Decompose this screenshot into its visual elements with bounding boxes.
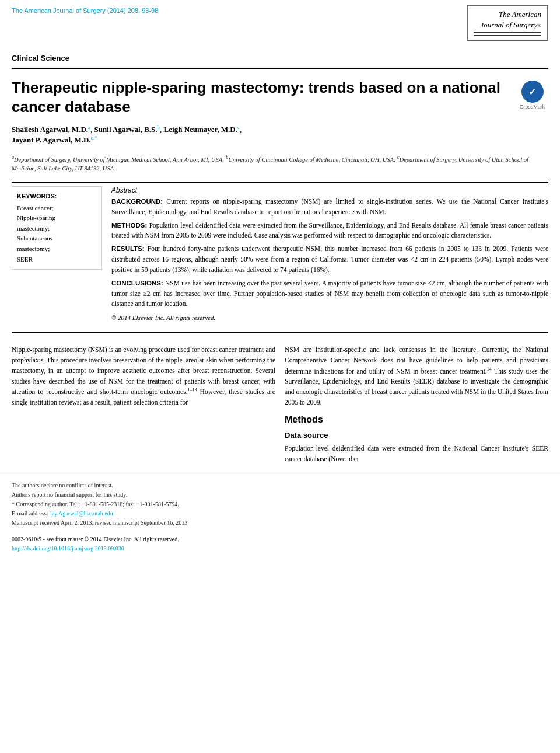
title-area: Therapeutic nipple-sparing mastectomy: t… — [0, 69, 560, 122]
background-label: BACKGROUND: — [111, 198, 163, 205]
abstract-divider-top — [12, 182, 548, 183]
methods-text: Population-level deidentified data were … — [111, 222, 548, 239]
abstract-results: RESULTS: Four hundred forty-nine patient… — [111, 244, 548, 275]
footnote-email: E-mail address: Jay.Agarwal@hsc.utah.edu — [12, 509, 548, 518]
author-3: Leigh Neumayer, M.D. — [164, 126, 237, 134]
logo-divider-thin — [474, 35, 541, 36]
methods-heading: Methods — [285, 413, 548, 427]
conclusions-text: NSM use has been increasing over the pas… — [111, 280, 548, 308]
footnote-corresponding: * Corresponding author. Tel.: +1-801-585… — [12, 500, 548, 509]
abstract-background: BACKGROUND: Current reports on nipple-sp… — [111, 197, 548, 218]
abstract-column: Abstract BACKGROUND: Current reports on … — [111, 186, 548, 326]
data-source-text: Population-level deidentified data were … — [285, 444, 548, 465]
page: The American Journal of Surgery (2014) 2… — [0, 0, 560, 753]
footnote-manuscript: Manuscript received April 2, 2013; revis… — [12, 518, 548, 528]
crossmark-label: CrossMark — [516, 104, 548, 110]
author-4: Jayant P. Agarwal, M.D. — [12, 135, 91, 144]
affiliations: aDepartment of Surgery, University of Mi… — [0, 149, 560, 178]
authors-area: Shailesh Agarwal, M.D.a, Sunil Agarwal, … — [0, 122, 560, 149]
keywords-abstract-row: KEYWORDS: Breast cancer; Nipple-sparing … — [0, 186, 560, 326]
journal-logo: The American Journal of Surgery® — [467, 5, 548, 41]
abstract-body: BACKGROUND: Current reports on nipple-sp… — [111, 197, 548, 323]
keywords-title: KEYWORDS: — [17, 191, 97, 202]
abstract-heading: Abstract — [111, 186, 548, 194]
keyword-5: mastectomy; — [17, 244, 97, 255]
author-1: Shailesh Agarwal, M.D. — [12, 126, 88, 134]
issn-line: 0002-9610/$ - see front matter © 2014 El… — [12, 535, 548, 544]
email-link[interactable]: Jay.Agarwal@hsc.utah.edu — [50, 510, 113, 517]
body-para-left-1: Nipple-sparing mastectomy (NSM) is an ev… — [12, 345, 275, 408]
logo-divider-thick — [474, 32, 541, 33]
abstract-section: Abstract BACKGROUND: Current reports on … — [111, 186, 548, 323]
copyright: © 2014 Elsevier Inc. All rights reserved… — [111, 313, 548, 323]
keyword-3: mastectomy; — [17, 224, 97, 234]
footnotes: The authors declare no conflicts of inte… — [0, 475, 560, 530]
footnote-conflict: The authors declare no conflicts of inte… — [12, 481, 548, 490]
methods-label: METHODS: — [111, 222, 147, 229]
footnote-funding: Authors report no financial support for … — [12, 490, 548, 500]
body-para-right-1: NSM are institution-specific and lack co… — [285, 345, 548, 408]
data-source-subheading: Data source — [285, 430, 548, 441]
keywords-column: KEYWORDS: Breast cancer; Nipple-sparing … — [12, 186, 102, 326]
journal-logo-text: The American Journal of Surgery® — [474, 9, 541, 30]
results-text: Four hundred forty-nine patients underwe… — [111, 245, 548, 273]
keyword-1: Breast cancer; — [17, 203, 97, 214]
article-title: Therapeutic nipple-sparing mastectomy: t… — [12, 78, 516, 116]
bottom-bar: 0002-9610/$ - see front matter © 2014 El… — [0, 530, 560, 553]
doi-line: http://dx.doi.org/10.1016/j.amjsurg.2013… — [12, 544, 548, 553]
abstract-divider-bottom — [12, 332, 548, 333]
abstract-conclusions: CONCLUSIONS: NSM use has been increasing… — [111, 278, 548, 309]
crossmark-badge: ✓ — [522, 81, 544, 103]
doi-link[interactable]: http://dx.doi.org/10.1016/j.amjsurg.2013… — [12, 545, 124, 552]
body-left-column: Nipple-sparing mastectomy (NSM) is an ev… — [12, 345, 275, 469]
body-columns: Nipple-sparing mastectomy (NSM) is an ev… — [0, 337, 560, 469]
top-bar: The American Journal of Surgery (2014) 2… — [0, 0, 560, 46]
keyword-2: Nipple-sparing — [17, 213, 97, 224]
author-2: Sunil Agarwal, B.S. — [94, 126, 158, 134]
conclusions-label: CONCLUSIONS: — [111, 280, 163, 287]
keywords-box: KEYWORDS: Breast cancer; Nipple-sparing … — [12, 186, 102, 270]
abstract-methods: METHODS: Population-level deidentified d… — [111, 221, 548, 242]
body-right-column: NSM are institution-specific and lack co… — [285, 345, 548, 469]
results-label: RESULTS: — [111, 245, 145, 252]
journal-reference: The American Journal of Surgery (2014) 2… — [12, 7, 158, 14]
section-label: Clinical Science — [0, 46, 560, 65]
background-text: Current reports on nipple-sparing mastec… — [111, 198, 548, 215]
keyword-6: SEER — [17, 255, 97, 265]
keyword-4: Subcutaneous — [17, 233, 97, 244]
crossmark-widget: ✓ CrossMark — [516, 81, 548, 110]
